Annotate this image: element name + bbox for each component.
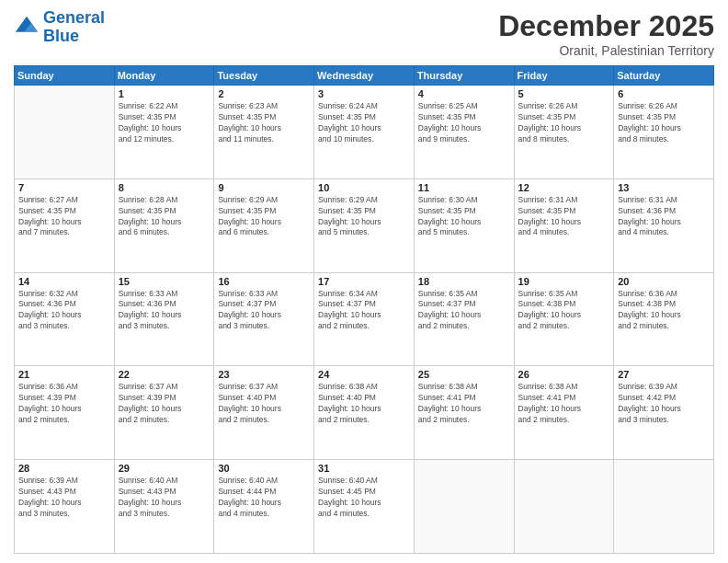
day-info: Sunrise: 6:33 AM Sunset: 4:36 PM Dayligh… [119,289,210,333]
day-number: 10 [318,182,410,193]
day-number: 24 [318,369,410,380]
day-number: 28 [18,463,110,474]
day-info: Sunrise: 6:37 AM Sunset: 4:39 PM Dayligh… [119,382,210,426]
day-info: Sunrise: 6:40 AM Sunset: 4:44 PM Dayligh… [218,476,310,520]
day-info: Sunrise: 6:36 AM Sunset: 4:39 PM Dayligh… [18,382,110,426]
day-number: 13 [618,182,710,193]
day-number: 11 [418,182,510,193]
day-number: 19 [518,276,610,287]
logo-text: General Blue [43,9,105,46]
day-number: 23 [218,369,310,380]
day-info: Sunrise: 6:27 AM Sunset: 4:35 PM Dayligh… [18,195,110,239]
day-info: Sunrise: 6:26 AM Sunset: 4:35 PM Dayligh… [518,101,610,145]
calendar-cell: 3Sunrise: 6:24 AM Sunset: 4:35 PM Daylig… [314,86,415,179]
day-info: Sunrise: 6:35 AM Sunset: 4:37 PM Dayligh… [418,289,510,333]
col-header-tuesday: Tuesday [214,66,314,86]
calendar-cell: 4Sunrise: 6:25 AM Sunset: 4:35 PM Daylig… [414,86,514,179]
day-info: Sunrise: 6:29 AM Sunset: 4:35 PM Dayligh… [218,195,310,239]
day-number: 20 [618,276,710,287]
calendar-cell: 21Sunrise: 6:36 AM Sunset: 4:39 PM Dayli… [15,366,115,460]
day-number: 15 [119,276,210,287]
title-block: December 2025 Oranit, Palestinian Territ… [498,9,714,58]
col-header-wednesday: Wednesday [314,66,415,86]
day-info: Sunrise: 6:32 AM Sunset: 4:36 PM Dayligh… [18,289,110,333]
calendar-cell: 14Sunrise: 6:32 AM Sunset: 4:36 PM Dayli… [15,272,115,366]
day-info: Sunrise: 6:34 AM Sunset: 4:37 PM Dayligh… [318,289,410,333]
day-number: 7 [18,182,110,193]
day-info: Sunrise: 6:39 AM Sunset: 4:42 PM Dayligh… [618,382,710,426]
calendar-cell: 24Sunrise: 6:38 AM Sunset: 4:40 PM Dayli… [314,366,415,460]
day-info: Sunrise: 6:38 AM Sunset: 4:40 PM Dayligh… [318,382,410,426]
calendar-cell: 18Sunrise: 6:35 AM Sunset: 4:37 PM Dayli… [414,272,514,366]
calendar-cell: 16Sunrise: 6:33 AM Sunset: 4:37 PM Dayli… [214,272,314,366]
day-number: 12 [518,182,610,193]
day-number: 22 [119,369,210,380]
calendar-cell: 13Sunrise: 6:31 AM Sunset: 4:36 PM Dayli… [614,178,714,272]
day-number: 17 [318,276,410,287]
day-number: 29 [119,463,210,474]
calendar-week-4: 21Sunrise: 6:36 AM Sunset: 4:39 PM Dayli… [15,366,714,460]
col-header-thursday: Thursday [414,66,514,86]
calendar-week-2: 7Sunrise: 6:27 AM Sunset: 4:35 PM Daylig… [15,178,714,272]
page: General Blue December 2025 Oranit, Pales… [0,0,728,563]
calendar-cell: 29Sunrise: 6:40 AM Sunset: 4:43 PM Dayli… [114,460,214,554]
day-info: Sunrise: 6:23 AM Sunset: 4:35 PM Dayligh… [218,101,310,145]
day-number: 6 [618,88,710,99]
calendar-week-3: 14Sunrise: 6:32 AM Sunset: 4:36 PM Dayli… [15,272,714,366]
day-info: Sunrise: 6:38 AM Sunset: 4:41 PM Dayligh… [518,382,610,426]
calendar-cell: 2Sunrise: 6:23 AM Sunset: 4:35 PM Daylig… [214,86,314,179]
calendar-cell: 17Sunrise: 6:34 AM Sunset: 4:37 PM Dayli… [314,272,415,366]
day-number: 25 [418,369,510,380]
calendar-cell: 8Sunrise: 6:28 AM Sunset: 4:35 PM Daylig… [114,178,214,272]
day-number: 3 [318,88,410,99]
day-info: Sunrise: 6:36 AM Sunset: 4:38 PM Dayligh… [618,289,710,333]
day-info: Sunrise: 6:38 AM Sunset: 4:41 PM Dayligh… [418,382,510,426]
calendar-cell: 9Sunrise: 6:29 AM Sunset: 4:35 PM Daylig… [214,178,314,272]
logo-icon [14,15,40,40]
day-number: 8 [119,182,210,193]
calendar-header-row: SundayMondayTuesdayWednesdayThursdayFrid… [15,66,714,86]
day-info: Sunrise: 6:29 AM Sunset: 4:35 PM Dayligh… [318,195,410,239]
logo-line2: Blue [43,27,79,45]
day-number: 26 [518,369,610,380]
day-number: 14 [18,276,110,287]
calendar-cell [614,460,714,554]
day-info: Sunrise: 6:35 AM Sunset: 4:38 PM Dayligh… [518,289,610,333]
day-info: Sunrise: 6:39 AM Sunset: 4:43 PM Dayligh… [18,476,110,520]
calendar-cell: 15Sunrise: 6:33 AM Sunset: 4:36 PM Dayli… [114,272,214,366]
day-number: 18 [418,276,510,287]
calendar-cell: 30Sunrise: 6:40 AM Sunset: 4:44 PM Dayli… [214,460,314,554]
day-info: Sunrise: 6:24 AM Sunset: 4:35 PM Dayligh… [318,101,410,145]
calendar-cell: 10Sunrise: 6:29 AM Sunset: 4:35 PM Dayli… [314,178,415,272]
day-info: Sunrise: 6:25 AM Sunset: 4:35 PM Dayligh… [418,101,510,145]
calendar-cell: 19Sunrise: 6:35 AM Sunset: 4:38 PM Dayli… [514,272,614,366]
calendar-cell: 25Sunrise: 6:38 AM Sunset: 4:41 PM Dayli… [414,366,514,460]
day-info: Sunrise: 6:40 AM Sunset: 4:43 PM Dayligh… [119,476,210,520]
calendar-cell: 6Sunrise: 6:26 AM Sunset: 4:35 PM Daylig… [614,86,714,179]
header: General Blue December 2025 Oranit, Pales… [14,9,714,58]
calendar-cell: 27Sunrise: 6:39 AM Sunset: 4:42 PM Dayli… [614,366,714,460]
day-number: 21 [18,369,110,380]
day-info: Sunrise: 6:37 AM Sunset: 4:40 PM Dayligh… [218,382,310,426]
calendar-cell: 1Sunrise: 6:22 AM Sunset: 4:35 PM Daylig… [114,86,214,179]
calendar-cell [514,460,614,554]
calendar-cell: 11Sunrise: 6:30 AM Sunset: 4:35 PM Dayli… [414,178,514,272]
calendar-cell: 20Sunrise: 6:36 AM Sunset: 4:38 PM Dayli… [614,272,714,366]
day-number: 5 [518,88,610,99]
col-header-monday: Monday [114,66,214,86]
col-header-saturday: Saturday [614,66,714,86]
col-header-sunday: Sunday [15,66,115,86]
calendar-cell: 26Sunrise: 6:38 AM Sunset: 4:41 PM Dayli… [514,366,614,460]
logo-line1: General [43,8,105,27]
day-info: Sunrise: 6:33 AM Sunset: 4:37 PM Dayligh… [218,289,310,333]
day-number: 16 [218,276,310,287]
day-info: Sunrise: 6:26 AM Sunset: 4:35 PM Dayligh… [618,101,710,145]
calendar-cell: 12Sunrise: 6:31 AM Sunset: 4:35 PM Dayli… [514,178,614,272]
day-info: Sunrise: 6:31 AM Sunset: 4:36 PM Dayligh… [618,195,710,239]
location-subtitle: Oranit, Palestinian Territory [498,43,714,58]
calendar-cell: 23Sunrise: 6:37 AM Sunset: 4:40 PM Dayli… [214,366,314,460]
day-info: Sunrise: 6:22 AM Sunset: 4:35 PM Dayligh… [119,101,210,145]
calendar-cell: 22Sunrise: 6:37 AM Sunset: 4:39 PM Dayli… [114,366,214,460]
day-info: Sunrise: 6:31 AM Sunset: 4:35 PM Dayligh… [518,195,610,239]
day-info: Sunrise: 6:30 AM Sunset: 4:35 PM Dayligh… [418,195,510,239]
